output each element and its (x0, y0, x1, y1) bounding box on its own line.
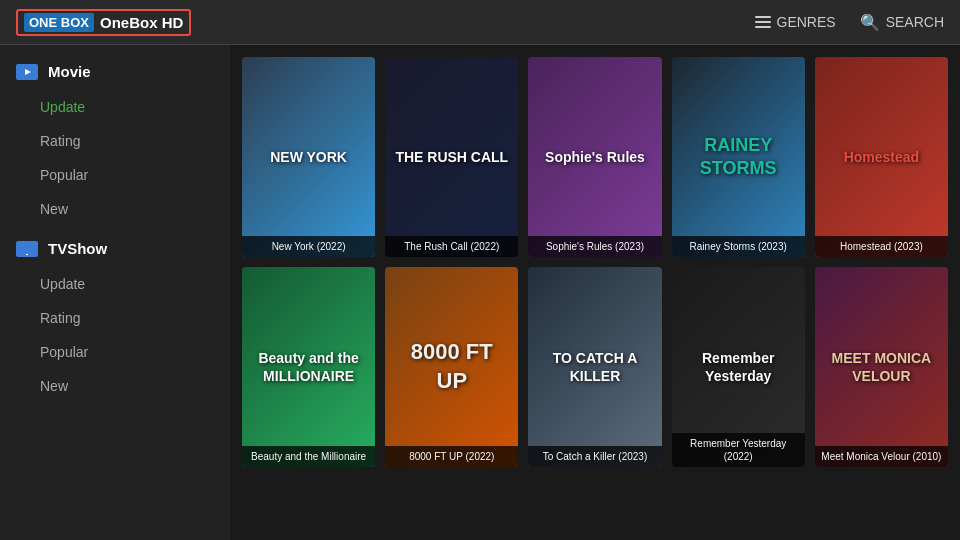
poster-title: TO CATCH A KILLER (536, 349, 653, 385)
poster-title: 8000 FT UP (393, 338, 510, 395)
movie-title-bar: Sophie's Rules (2023) (528, 236, 661, 257)
header: ONE BOX OneBox HD GENRES 🔍 SEARCH (0, 0, 960, 45)
logo-box: ONE BOX (24, 13, 94, 32)
genres-button[interactable]: GENRES (755, 14, 836, 30)
movie-card-3[interactable]: Sophie's RulesSophie's Rules (2023) (528, 57, 661, 257)
logo-area[interactable]: ONE BOX OneBox HD (16, 9, 191, 36)
sidebar-item-tvshow-update[interactable]: Update (0, 267, 230, 301)
content-grid: NEW YORKNew York (2022)THE RUSH CALLThe … (230, 45, 960, 540)
sidebar-item-movie-rating[interactable]: Rating (0, 124, 230, 158)
sidebar-item-movie-update[interactable]: Update (0, 90, 230, 124)
movie-card-5[interactable]: HomesteadHomestead (2023) (815, 57, 948, 257)
poster-title: RAINEY STORMS (680, 134, 797, 181)
sidebar-item-tvshow-popular[interactable]: Popular (0, 335, 230, 369)
movie-section-header[interactable]: Movie (0, 53, 230, 90)
tvshow-icon (16, 241, 38, 257)
sidebar-item-movie-new[interactable]: New (0, 192, 230, 226)
movie-title-bar: Homestead (2023) (815, 236, 948, 257)
movie-section: Movie Update Rating Popular New (0, 53, 230, 226)
sidebar: Movie Update Rating Popular New (0, 45, 230, 540)
movie-title-bar: Rainey Storms (2023) (672, 236, 805, 257)
poster-title: Remember Yesterday (680, 349, 797, 385)
movie-section-label: Movie (48, 63, 91, 80)
movie-card-6[interactable]: Beauty and the MILLIONAIREBeauty and the… (242, 267, 375, 467)
header-actions: GENRES 🔍 SEARCH (755, 13, 944, 32)
poster-title: Homestead (844, 148, 919, 166)
svg-rect-2 (21, 246, 33, 254)
movie-title-bar: 8000 FT UP (2022) (385, 446, 518, 467)
poster-title: Sophie's Rules (545, 148, 645, 166)
genres-icon (755, 16, 771, 28)
movie-title-bar: Remember Yesterday (2022) (672, 433, 805, 467)
sidebar-item-movie-popular[interactable]: Popular (0, 158, 230, 192)
movie-card-9[interactable]: Remember YesterdayRemember Yesterday (20… (672, 267, 805, 467)
movie-title-bar: The Rush Call (2022) (385, 236, 518, 257)
movie-title-bar: Beauty and the Millionaire (242, 446, 375, 467)
svg-rect-3 (24, 243, 30, 246)
movie-card-2[interactable]: THE RUSH CALLThe Rush Call (2022) (385, 57, 518, 257)
logo-text: OneBox HD (100, 14, 183, 31)
movie-title-bar: Meet Monica Velour (2010) (815, 446, 948, 467)
movie-title-bar: New York (2022) (242, 236, 375, 257)
tvshow-section-header[interactable]: TVShow (0, 230, 230, 267)
search-label: SEARCH (886, 14, 944, 30)
poster-title: Beauty and the MILLIONAIRE (250, 349, 367, 385)
movie-card-4[interactable]: RAINEY STORMSRainey Storms (2023) (672, 57, 805, 257)
movie-title-bar: To Catch a Killer (2023) (528, 446, 661, 467)
movie-card-10[interactable]: MEET MONICA VELOURMeet Monica Velour (20… (815, 267, 948, 467)
main-layout: Movie Update Rating Popular New (0, 45, 960, 540)
movie-card-8[interactable]: TO CATCH A KILLERTo Catch a Killer (2023… (528, 267, 661, 467)
sidebar-item-tvshow-rating[interactable]: Rating (0, 301, 230, 335)
search-button[interactable]: 🔍 SEARCH (860, 13, 944, 32)
search-icon: 🔍 (860, 13, 880, 32)
movie-icon (16, 64, 38, 80)
poster-title: NEW YORK (270, 148, 347, 166)
tvshow-section: TVShow Update Rating Popular New (0, 230, 230, 403)
genres-label: GENRES (777, 14, 836, 30)
sidebar-item-tvshow-new[interactable]: New (0, 369, 230, 403)
poster-title: THE RUSH CALL (395, 148, 508, 166)
poster-title: MEET MONICA VELOUR (823, 349, 940, 385)
tvshow-section-label: TVShow (48, 240, 107, 257)
movie-card-1[interactable]: NEW YORKNew York (2022) (242, 57, 375, 257)
movie-card-7[interactable]: 8000 FT UP8000 FT UP (2022) (385, 267, 518, 467)
